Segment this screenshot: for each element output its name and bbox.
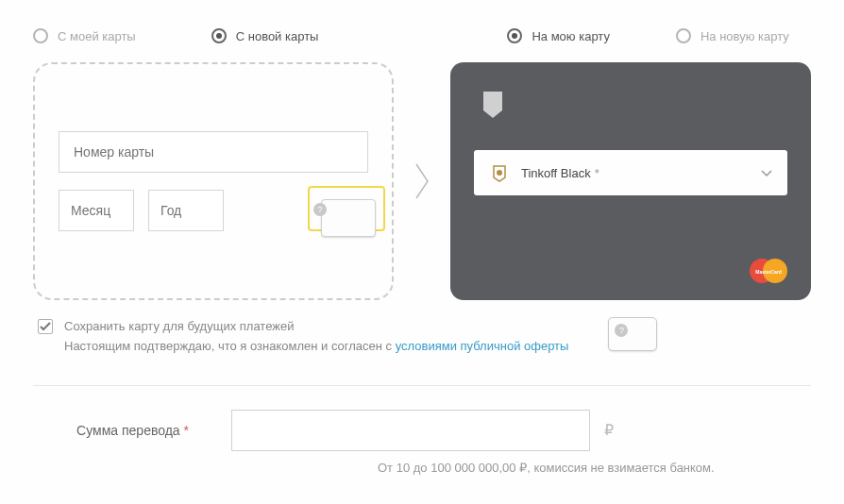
radio-label: С новой карты	[236, 29, 319, 43]
radio-label: С моей карты	[58, 29, 136, 43]
radio-to-new-card[interactable]: На новую карту	[676, 28, 789, 43]
year-input[interactable]	[148, 190, 224, 231]
divider	[33, 385, 811, 386]
card-type-icon	[489, 162, 510, 183]
svg-text:MasterCard: MasterCard	[755, 269, 782, 275]
source-card-panel: ?	[33, 62, 394, 300]
radio-to-my-card[interactable]: На мою карту	[507, 28, 610, 43]
card-select-label: Tinkoff Black*	[521, 166, 750, 180]
amount-hint: От 10 до 100 000 000,00 ₽, комиссия не в…	[0, 451, 844, 475]
currency-label: ₽	[604, 421, 614, 439]
help-badge[interactable]: ?	[608, 317, 657, 351]
radio-icon	[211, 28, 227, 43]
radio-from-new-card[interactable]: С новой карты	[211, 28, 319, 43]
arrow-icon	[413, 162, 431, 200]
expiry-row: ?	[59, 190, 368, 231]
svg-point-0	[497, 170, 502, 176]
mastercard-icon: MasterCard	[747, 257, 790, 285]
save-checkbox[interactable]	[38, 319, 53, 334]
help-icon[interactable]: ?	[313, 203, 327, 216]
help-icon: ?	[615, 324, 628, 337]
amount-row: Сумма перевода * ₽	[0, 410, 844, 451]
save-card-row: Сохранить карту для будущих платежей Нас…	[0, 300, 844, 357]
radio-label: На новую карту	[701, 29, 789, 43]
cards-row: ? Tinkoff Black* MasterCard	[0, 62, 844, 300]
month-input[interactable]	[59, 190, 134, 231]
chevron-down-icon	[761, 164, 772, 181]
card-number-input[interactable]	[59, 131, 368, 173]
cvv-wrapper: ?	[313, 192, 368, 229]
amount-input[interactable]	[231, 410, 590, 451]
cvv-input[interactable]	[321, 199, 376, 237]
tinkoff-logo-icon	[474, 84, 512, 122]
radio-from-my-card[interactable]: С моей карты	[33, 28, 136, 43]
save-text: Сохранить карту для будущих платежей Нас…	[64, 317, 568, 357]
radio-icon	[33, 28, 48, 43]
radio-icon	[676, 28, 691, 43]
amount-label: Сумма перевода *	[33, 423, 231, 438]
offer-link[interactable]: условиями публичной оферты	[396, 339, 569, 353]
radio-tabs-row: С моей карты С новой карты На мою карту …	[0, 0, 844, 62]
target-card-panel: Tinkoff Black* MasterCard	[450, 62, 811, 300]
radio-icon	[507, 28, 522, 43]
radio-label: На мою карту	[532, 29, 610, 43]
card-select-dropdown[interactable]: Tinkoff Black*	[474, 150, 787, 195]
